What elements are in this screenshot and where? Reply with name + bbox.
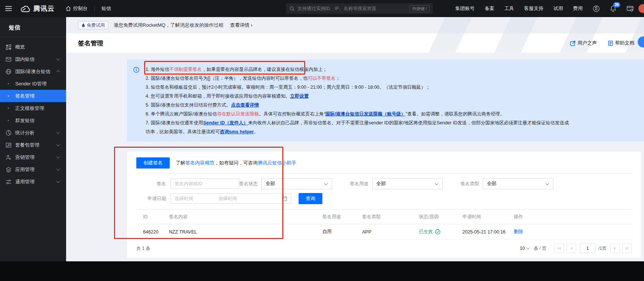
sidebar-item-domestic-sms[interactable]: 国内短信 <box>0 53 66 65</box>
support-icon[interactable] <box>593 5 600 12</box>
cell-content: NZZ TRAVEL <box>169 229 322 235</box>
bullet-dot-icon <box>8 120 9 121</box>
inline-link[interactable]: 签名内容规范 <box>185 160 214 166</box>
navbar-item[interactable]: 试用 <box>553 5 563 12</box>
cell-purpose: 自用 <box>322 229 362 235</box>
purpose-filter-select[interactable]: 全部 <box>372 178 443 189</box>
notice-line-5: 5. 国际/港澳台短信支持日结后付费方式。点击查看详情 <box>146 101 573 110</box>
next-page-button[interactable] <box>610 244 620 253</box>
type-filter-select[interactable]: 全部 <box>483 178 553 189</box>
status-filter-select[interactable]: 全部 <box>261 178 332 189</box>
first-page-button[interactable] <box>554 244 564 253</box>
sidebar-item-stats[interactable]: 统计分析 <box>0 127 66 139</box>
chevron-down-icon <box>56 143 60 146</box>
sidebar-item-package-mgmt[interactable]: 套餐包管理 <box>0 139 66 151</box>
help-docs-link[interactable]: 帮助文档 <box>608 40 634 46</box>
calendar-icon <box>282 196 287 201</box>
column-header: 操作 <box>514 214 632 220</box>
date-range-picker[interactable]: 选择时间 选择时间 <box>170 193 291 204</box>
sidebar-item-sender-id[interactable]: Sender ID管理 <box>0 78 66 90</box>
delete-link[interactable]: 删除 <box>514 229 523 234</box>
page-size-select[interactable]: 10 <box>520 246 531 251</box>
card-divider <box>136 173 632 174</box>
user-voice-label: 用户之声 <box>578 40 597 46</box>
globe-icon <box>6 69 12 75</box>
notifications-bell-icon[interactable]: 36 <box>610 5 617 12</box>
page-number-input[interactable]: 1 <box>580 244 595 253</box>
free-trial-badge: 免费试用 <box>78 21 108 29</box>
console-settings-icon[interactable] <box>627 6 634 12</box>
text-segment: 3. 短信签名和模板提交后，预计2小时完成审核。审核时间：周一至周五：9:00 … <box>146 85 430 90</box>
purpose-filter-label: 签名用途 <box>350 181 368 187</box>
page-total: /1页 <box>598 245 606 252</box>
sidebar-item-overview[interactable]: 概览 <box>0 41 66 53</box>
global-search-input[interactable]: 支持通过实例ID、IP、名称等搜索资源 快捷键 / <box>286 3 433 14</box>
document-icon <box>608 40 613 46</box>
general-icon <box>6 179 12 185</box>
user-voice-link[interactable]: 用户之声 <box>570 40 597 46</box>
text-segment: 6. 单个腾讯云账户国际/港澳台短信 <box>146 111 217 117</box>
sidebar-item-label: 通用管理 <box>15 179 35 185</box>
mail-icon <box>6 56 12 62</box>
navbar-item-console[interactable]: 控制台 <box>66 5 88 12</box>
user-avatar[interactable] <box>638 4 644 13</box>
sidebar-item-label: 群发短信 <box>15 117 35 124</box>
sidebar-item-bulk-sms[interactable]: 群发短信 <box>0 114 66 127</box>
navbar-item[interactable]: 客服支持 <box>524 5 543 12</box>
bullet-dot-icon <box>8 83 9 84</box>
sidebar-item-general-mgmt[interactable]: 通用管理 <box>0 176 66 188</box>
notice-line-2: 2. 国际/港澳台短信签名符号为[]（注：半角），发送短信内容时可以带签名，也可… <box>146 74 573 83</box>
inline-link[interactable]: 立即设置 <box>290 94 309 99</box>
date-filter-label: 申请日期 <box>136 196 170 202</box>
column-header: ID <box>136 214 169 219</box>
sidebar-item-template-mgmt[interactable]: 正文模板管理 <box>0 102 66 114</box>
create-signature-button[interactable]: 创建签名 <box>136 157 170 169</box>
text-segment: 2. 国际/港澳台短信签名符号为[]（注：半角），发送短信内容时可以带签名，也 <box>146 76 308 81</box>
sidebar-item-marketing-mgmt[interactable]: 营销管理 <box>0 151 66 163</box>
status-filter-group: 签名状态 全部 <box>239 178 332 189</box>
search-placeholder: 支持通过实例ID、IP、名称等搜索资源 <box>297 6 376 12</box>
status-label: 已生效 <box>419 229 433 235</box>
inline-link[interactable]: 国际/港澳台短信日发送限额（账号级） <box>325 111 406 117</box>
sidebar-item-intl-sms[interactable]: 国际/港澳台短信 <box>0 65 66 78</box>
navbar-item-sms[interactable]: 短信 <box>101 5 111 12</box>
prev-page-button[interactable] <box>566 244 576 253</box>
filter-row-1: 签名 签名状态 全部 签名用途 全部 签名类型 全部 <box>136 178 632 189</box>
notice-line-1: 1. 海外短信不强制需要签名，如果需要在内容显示品牌名，建议直接在短信模板内加上… <box>146 65 573 74</box>
tencent-cloud-logo[interactable]: 腾讯云 <box>20 4 55 13</box>
column-header: 签名用途 <box>322 214 362 220</box>
inline-link[interactable]: 点击查看详情 <box>231 102 259 108</box>
navbar-divider <box>94 6 95 11</box>
navbar-item[interactable]: 备案 <box>485 5 494 12</box>
query-button[interactable]: 查询 <box>299 193 322 204</box>
overview-icon <box>6 44 12 50</box>
hamburger-menu-icon[interactable] <box>5 6 12 11</box>
signature-search-input[interactable] <box>170 179 239 189</box>
inline-link[interactable]: Sender ID（发件人） <box>203 120 248 125</box>
sidebar-item-label: 套餐包管理 <box>15 142 39 148</box>
text-segment: ； <box>336 76 341 81</box>
droplet-icon <box>82 23 85 27</box>
cell-id: 646220 <box>136 229 169 235</box>
inline-link[interactable]: 咨询sms helper <box>220 129 254 134</box>
sidebar-item-signature-mgmt[interactable]: 签名管理 <box>0 90 66 102</box>
cell-action[interactable]: 删除 <box>514 229 632 235</box>
inline-link[interactable]: 腾讯云短信小助手 <box>258 160 296 166</box>
apps-icon <box>6 167 12 173</box>
banner-details-link[interactable]: 查看详情 › <box>230 22 252 29</box>
chevron-down-icon <box>56 130 60 134</box>
navbar-item[interactable]: 费用 <box>573 5 583 12</box>
filter-row-2: 申请日期 选择时间 选择时间 查询 <box>136 193 632 204</box>
navbar-left: 腾讯云 控制台 短信 <box>0 0 111 17</box>
navbar-item[interactable]: 集团账号 <box>455 5 475 12</box>
date-end-placeholder: 选择时间 <box>218 196 262 202</box>
sidebar-divider <box>0 37 66 37</box>
sidebar-item-app-mgmt[interactable]: 应用管理 <box>0 163 66 176</box>
navbar-item[interactable]: 工具 <box>504 5 514 12</box>
signature-filter-label: 签名 <box>136 181 170 187</box>
last-page-button[interactable] <box>622 244 632 253</box>
chevron-down-icon <box>324 182 328 185</box>
page-header: 签名管理 用户之声 帮助文档 <box>66 33 644 53</box>
sidebar-title: 短信 <box>0 17 66 37</box>
search-shortcut-badge: 快捷键 / <box>410 5 429 12</box>
